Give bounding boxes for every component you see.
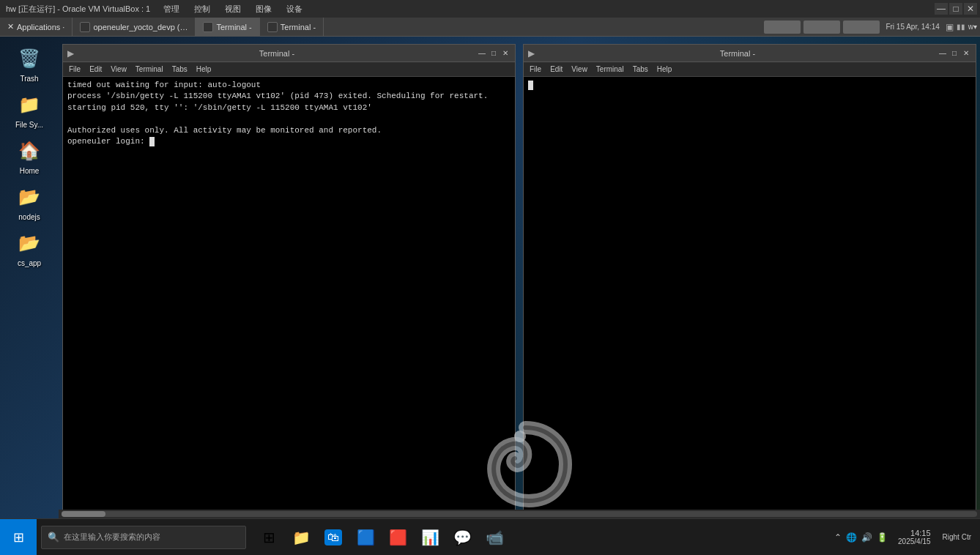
vbox-maximize-btn[interactable]: □ (949, 3, 962, 15)
terminal-left-menubar[interactable]: File Edit View Terminal Tabs Help (63, 62, 515, 77)
sidebar-item-csapp[interactable]: 📂 cs_app (4, 228, 55, 267)
vbox-tab-applications[interactable]: ✕ Applications · (0, 18, 73, 36)
terminal-right-menu-tabs[interactable]: Tabs (630, 65, 651, 73)
battery-indicator: ▮▮ (957, 23, 965, 31)
terminal-line-blank (67, 113, 511, 124)
right-ctrl-label: Right Ctr (940, 533, 974, 541)
terminal-left-minimize[interactable]: — (477, 48, 487, 59)
terminal-left-title: Terminal - (77, 49, 477, 58)
home-label: Home (20, 167, 40, 175)
terminal-right-titlebar: ▶ Terminal - — □ ✕ (524, 45, 976, 62)
status-indicator-1 (764, 21, 801, 34)
vbox-tab-openeuler[interactable]: openeuler_yocto_devp (… (73, 18, 196, 36)
applications-tab-label: Applications · (17, 23, 64, 31)
vbox-tabs[interactable]: ✕ Applications · openeuler_yocto_devp (…… (0, 18, 324, 36)
search-placeholder-text: 在这里输入你要搜索的内容 (64, 532, 160, 543)
taskbar-powerpoint-btn[interactable]: 📊 (415, 522, 445, 553)
terminal-left-menu-view[interactable]: View (108, 65, 130, 73)
vbox-taskbar: ✕ Applications · openeuler_yocto_devp (…… (0, 18, 980, 37)
terminal-left-close[interactable]: ✕ (500, 48, 511, 59)
sidebar-item-home[interactable]: 🏠 Home (4, 136, 55, 175)
terminal-right-menubar[interactable]: File Edit View Terminal Tabs Help (524, 62, 976, 77)
vbox-window-controls[interactable]: — □ ✕ (935, 3, 980, 15)
app1-icon: 🟦 (357, 529, 375, 546)
powerpoint-icon: 📊 (421, 529, 439, 546)
vbox-tab-terminal2[interactable]: Terminal - (260, 18, 324, 36)
home-icon: 🏠 (15, 136, 44, 165)
taskbar-wechat-btn[interactable]: 💬 (447, 522, 478, 553)
terminal-left-content[interactable]: timed out waiting for input: auto-logout… (63, 77, 515, 510)
taskbar-taskview-btn[interactable]: ⊞ (253, 522, 284, 553)
taskbar-apps: ⊞ 📁 🛍 🟦 🟥 📊 💬 📹 (250, 522, 833, 553)
terminal-left-titlebar: ▶ Terminal - — □ ✕ (63, 45, 515, 62)
trash-icon: 🗑️ (15, 44, 44, 73)
vbox-minimize-btn[interactable]: — (935, 3, 948, 15)
openeuler-tab-label: openeuler_yocto_devp (… (93, 23, 188, 31)
fileexplorer-icon: 📁 (292, 529, 311, 546)
taskview-icon: ⊞ (263, 529, 275, 546)
sidebar-item-trash[interactable]: 🗑️ Trash (4, 44, 55, 83)
terminal-right[interactable]: ▶ Terminal - — □ ✕ File Edit View Termin… (523, 44, 976, 511)
terminal-right-cursor-line (528, 80, 971, 91)
debian-swirl (467, 417, 584, 515)
terminal-line-5: openeuler login: (67, 136, 511, 147)
terminal1-tab-icon (203, 22, 213, 32)
horizontal-scrollbar[interactable] (59, 510, 980, 518)
taskbar-teams-btn[interactable]: 📹 (479, 522, 510, 553)
clock-date: 2025/4/15 (898, 537, 931, 545)
nodejs-label: nodejs (18, 213, 40, 221)
taskbar-app2-btn[interactable]: 🟥 (382, 522, 413, 553)
terminal-right-close[interactable]: ✕ (961, 48, 971, 59)
vbox-menu-image[interactable]: 图像 (248, 2, 279, 16)
terminal-right-menu-view[interactable]: View (568, 65, 590, 73)
terminal-left-controls[interactable]: — □ ✕ (477, 48, 511, 59)
terminal2-tab-icon (267, 22, 278, 32)
windows-start-button[interactable]: ⊞ (0, 519, 37, 556)
terminal-right-menu-file[interactable]: File (527, 65, 544, 73)
search-icon: 🔍 (48, 532, 59, 543)
sidebar-item-nodejs[interactable]: 📂 nodejs (4, 182, 55, 221)
scrollbar-track[interactable] (62, 511, 977, 517)
windows-clock[interactable]: 14:15 2025/4/15 (892, 529, 937, 545)
teams-icon: 📹 (486, 529, 504, 546)
taskbar-store-btn[interactable]: 🛍 (318, 522, 349, 553)
terminal-left-menu-edit[interactable]: Edit (86, 65, 105, 73)
filesystem-icon: 📁 (15, 90, 44, 119)
terminal-right-content[interactable] (524, 77, 976, 510)
terminal1-tab-label: Terminal - (216, 23, 251, 31)
terminal-right-minimize[interactable]: — (938, 48, 948, 59)
tray-network-icon[interactable]: 🌐 (844, 531, 858, 544)
scrollbar-thumb[interactable] (62, 511, 105, 517)
terminal-left-menu-help[interactable]: Help (193, 65, 215, 73)
csapp-icon: 📂 (15, 228, 44, 258)
vbox-menu-view[interactable]: 视图 (218, 2, 248, 16)
terminal-right-controls[interactable]: — □ ✕ (938, 48, 971, 59)
vbox-menu-device[interactable]: 设备 (279, 2, 310, 16)
vbox-menubar[interactable]: 管理 控制 视图 图像 设备 (156, 2, 310, 16)
system-tray-icons[interactable]: ⌃ 🌐 🔊 🔋 (833, 531, 889, 544)
vbox-close-btn[interactable]: ✕ (964, 3, 977, 15)
tray-volume-icon[interactable]: 🔊 (860, 531, 874, 544)
vbox-layout-indicator: w▾ (968, 23, 977, 31)
tray-battery-icon[interactable]: 🔋 (875, 531, 889, 544)
windows-search-bar[interactable]: 🔍 在这里输入你要搜索的内容 (41, 526, 246, 549)
vbox-menu-manage[interactable]: 管理 (156, 2, 187, 16)
terminal-left-maximize[interactable]: □ (489, 48, 499, 59)
vbox-menu-control[interactable]: 控制 (187, 2, 218, 16)
terminal-right-menu-help[interactable]: Help (654, 65, 675, 73)
status-indicator-3 (843, 21, 880, 34)
status-indicator-2 (803, 21, 840, 34)
terminal-right-menu-edit[interactable]: Edit (547, 65, 565, 73)
vbox-tab-terminal1[interactable]: Terminal - (196, 18, 259, 36)
terminal-left-menu-terminal[interactable]: Terminal (133, 65, 166, 73)
taskbar-app1-btn[interactable]: 🟦 (350, 522, 381, 553)
terminal-left-menu-file[interactable]: File (66, 65, 83, 73)
terminal-right-maximize[interactable]: □ (949, 48, 959, 59)
terminal-left-menu-tabs[interactable]: Tabs (169, 65, 190, 73)
tray-chevron-icon[interactable]: ⌃ (833, 531, 843, 544)
sidebar-item-filesystem[interactable]: 📁 File Sy... (4, 90, 55, 129)
taskbar-fileexplorer-btn[interactable]: 📁 (286, 522, 316, 553)
terminal-right-menu-terminal[interactable]: Terminal (593, 65, 627, 73)
terminal-line-4: Authorized uses only. All activity may b… (67, 125, 511, 136)
terminal-left[interactable]: ▶ Terminal - — □ ✕ File Edit View Termin… (62, 44, 516, 511)
